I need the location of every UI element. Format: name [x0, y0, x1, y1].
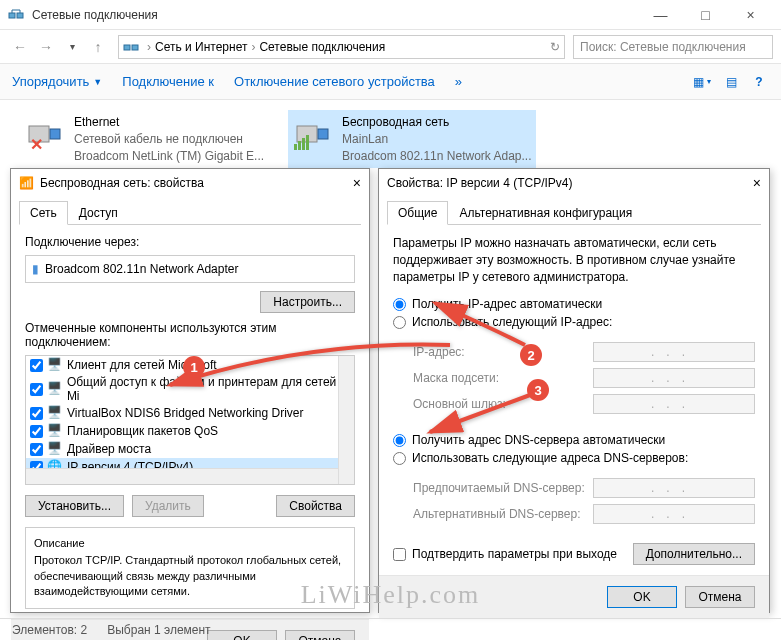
connection-via-label: Подключение через:	[25, 235, 355, 249]
nav-up-button[interactable]: ↑	[86, 35, 110, 59]
svg-rect-14	[302, 138, 305, 150]
remove-button: Удалить	[132, 495, 204, 517]
confirm-label: Подтвердить параметры при выходе	[412, 547, 617, 561]
configure-button[interactable]: Настроить...	[260, 291, 355, 313]
annotation-badge-1: 1	[183, 356, 205, 378]
description-text: Протокол TCP/IP. Стандартный протокол гл…	[34, 553, 346, 599]
driver-icon: 🖥️	[47, 405, 63, 421]
connection-item-wireless[interactable]: Беспроводная сеть MainLan Broadcom 802.1…	[288, 110, 535, 168]
dialog-close-button[interactable]: ×	[753, 175, 761, 191]
component-item: 🖥️Планировщик пакетов QoS	[26, 422, 354, 440]
preview-pane-button[interactable]: ▤	[721, 72, 741, 92]
ethernet-icon: ✕	[24, 114, 64, 154]
annotation-arrow	[420, 390, 540, 443]
scrollbar-horizontal[interactable]	[26, 468, 338, 484]
status-bar: Элементов: 2 Выбран 1 элемент	[0, 618, 781, 640]
tab-alternate[interactable]: Альтернативная конфигурация	[448, 201, 643, 225]
description-title: Описание	[34, 536, 346, 551]
adapter-field: ▮ Broadcom 802.11n Network Adapter	[25, 255, 355, 283]
nav-bar: ← → ▾ ↑ › Сеть и Интернет › Сетевые подк…	[0, 30, 781, 64]
view-icon-button[interactable]: ▦▾	[693, 72, 713, 92]
svg-rect-8	[50, 129, 60, 139]
dns1-input: ...	[593, 478, 755, 498]
connection-status: Сетевой кабель не подключен	[74, 131, 264, 148]
nav-forward-button[interactable]: →	[34, 35, 58, 59]
ip-input: ...	[593, 342, 755, 362]
dialog-titlebar: Свойства: IP версии 4 (TCP/IPv4) ×	[379, 169, 769, 197]
annotation-arrow	[160, 330, 460, 413]
nav-dropdown[interactable]: ▾	[60, 35, 84, 59]
more-button[interactable]: »	[455, 74, 462, 89]
refresh-icon[interactable]: ↻	[550, 40, 560, 54]
qos-icon: 🖥️	[47, 423, 63, 439]
svg-rect-11	[318, 129, 328, 139]
info-text: Параметры IP можно назначать автоматичес…	[393, 235, 755, 285]
breadcrumb[interactable]: › Сеть и Интернет › Сетевые подключения …	[118, 35, 565, 59]
dialog-close-button[interactable]: ×	[353, 175, 361, 191]
connection-item-ethernet[interactable]: ✕ Ethernet Сетевой кабель не подключен B…	[20, 110, 268, 168]
toolbar: Упорядочить ▼ Подключение к Отключение с…	[0, 64, 781, 100]
annotation-arrow	[425, 295, 535, 358]
close-button[interactable]: ×	[728, 0, 773, 30]
svg-rect-5	[124, 45, 130, 50]
svg-rect-6	[132, 45, 138, 50]
breadcrumb-icon	[123, 39, 139, 55]
svg-text:✕: ✕	[30, 136, 43, 153]
advanced-button[interactable]: Дополнительно...	[633, 543, 755, 565]
tab-general[interactable]: Общие	[387, 201, 448, 225]
radio-manual-dns[interactable]: Использовать следующие адреса DNS-сервер…	[393, 449, 755, 467]
adapter-icon: ▮	[32, 262, 39, 276]
gateway-input: ...	[593, 394, 755, 414]
component-item: 🖥️Драйвер моста	[26, 440, 354, 458]
watermark: LiWiHelp.com	[301, 580, 481, 610]
dialog-titlebar: 📶 Беспроводная сеть: свойства ×	[11, 169, 369, 197]
disable-button[interactable]: Отключение сетевого устройства	[234, 74, 435, 89]
connection-name: Ethernet	[74, 114, 264, 131]
connect-button[interactable]: Подключение к	[122, 74, 214, 89]
properties-button[interactable]: Свойства	[276, 495, 355, 517]
install-button[interactable]: Установить...	[25, 495, 124, 517]
window-icon	[8, 7, 24, 23]
dialog-title: Свойства: IP версии 4 (TCP/IPv4)	[387, 176, 573, 190]
annotation-badge-3: 3	[527, 379, 549, 401]
svg-rect-1	[17, 13, 23, 18]
breadcrumb-part[interactable]: Сетевые подключения	[259, 40, 385, 54]
connection-name: Беспроводная сеть	[342, 114, 531, 131]
minimize-button[interactable]: —	[638, 0, 683, 30]
connection-status: MainLan	[342, 131, 531, 148]
search-input[interactable]: Поиск: Сетевые подключения	[573, 35, 773, 59]
maximize-button[interactable]: □	[683, 0, 728, 30]
client-icon: 🖥️	[47, 357, 63, 373]
annotation-badge-2: 2	[520, 344, 542, 366]
ok-button[interactable]: OK	[607, 586, 677, 608]
nav-back-button[interactable]: ←	[8, 35, 32, 59]
status-count: Элементов: 2	[12, 623, 87, 637]
organize-button[interactable]: Упорядочить ▼	[12, 74, 102, 89]
connection-adapter: Broadcom NetLink (TM) Gigabit E...	[74, 148, 264, 165]
connection-adapter: Broadcom 802.11n Network Adap...	[342, 148, 531, 165]
window-title: Сетевые подключения	[32, 8, 638, 22]
dns2-label: Альтернативный DNS-сервер:	[413, 507, 593, 521]
svg-rect-12	[294, 144, 297, 150]
dialog-title: Беспроводная сеть: свойства	[40, 176, 204, 190]
cancel-button[interactable]: Отмена	[685, 586, 755, 608]
wireless-icon	[292, 114, 332, 154]
confirm-checkbox[interactable]	[393, 548, 406, 561]
dns2-input: ...	[593, 504, 755, 524]
dialog-icon: 📶	[19, 176, 34, 190]
status-selected: Выбран 1 элемент	[107, 623, 210, 637]
bridge-icon: 🖥️	[47, 441, 63, 457]
dns1-label: Предпочитаемый DNS-сервер:	[413, 481, 593, 495]
tab-network[interactable]: Сеть	[19, 201, 68, 225]
mask-input: ...	[593, 368, 755, 388]
tab-access[interactable]: Доступ	[68, 201, 129, 225]
share-icon: 🖥️	[47, 381, 63, 397]
connections-area: ✕ Ethernet Сетевой кабель не подключен B…	[0, 100, 781, 178]
svg-rect-13	[298, 141, 301, 150]
breadcrumb-part[interactable]: Сеть и Интернет	[155, 40, 247, 54]
help-button[interactable]: ?	[749, 72, 769, 92]
svg-rect-15	[306, 135, 309, 150]
svg-rect-0	[9, 13, 15, 18]
window-titlebar: Сетевые подключения — □ ×	[0, 0, 781, 30]
